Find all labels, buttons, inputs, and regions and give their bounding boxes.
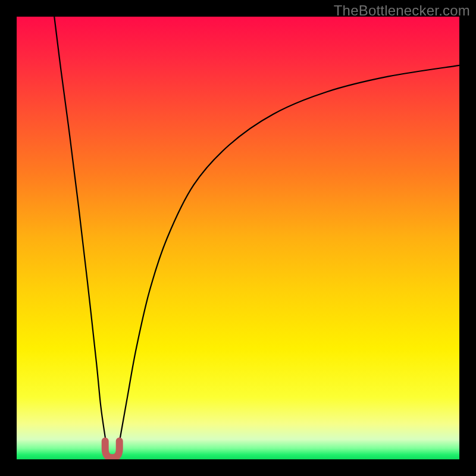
- watermark-text: TheBottlenecker.com: [334, 2, 470, 19]
- gradient-background: [17, 17, 459, 459]
- bottleneck-chart: [17, 17, 459, 459]
- chart-frame: TheBottlenecker.com: [0, 0, 476, 476]
